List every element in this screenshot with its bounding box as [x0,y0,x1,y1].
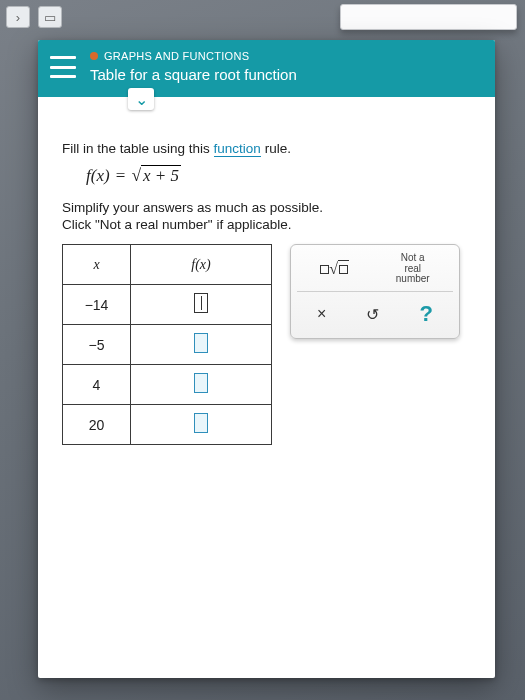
table-row: −5 [63,325,272,365]
fx-cell[interactable] [131,405,272,445]
x-cell: 20 [63,405,131,445]
page-title: Table for a square root function [90,66,297,83]
table-row: 4 [63,365,272,405]
placeholder-box-icon [320,265,329,274]
fx-cell[interactable] [131,285,272,325]
reader-button[interactable]: ▭ [38,6,62,28]
placeholder-box-icon [339,265,348,274]
answer-input[interactable] [194,373,208,393]
back-button[interactable]: › [6,6,30,28]
instruction-line-3: Click "Not a real number" if applicable. [62,217,475,232]
browser-toolbar: › ▭ [6,6,62,28]
fx-cell[interactable] [131,325,272,365]
col-header-x: x [63,245,131,285]
tool-row-1: √ Not a real number [297,249,453,289]
undo-icon: ↺ [366,305,379,324]
header-banner: GRAPHS AND FUNCTIONS Table for a square … [38,40,495,97]
question-icon: ? [420,301,433,327]
breadcrumb: GRAPHS AND FUNCTIONS [90,50,297,62]
table-row: 20 [63,405,272,445]
help-button[interactable]: ? [420,301,433,327]
content: Fill in the table using this function ru… [38,97,495,465]
col-header-fx: f(x) [131,245,272,285]
menu-button[interactable] [50,56,76,78]
reader-icon: ▭ [44,10,56,25]
breadcrumb-label: GRAPHS AND FUNCTIONS [104,50,249,62]
tool-row-2: × ↺ ? [297,294,453,334]
chevron-right-icon: › [16,10,20,25]
answer-input[interactable] [194,413,208,433]
not-real-button[interactable]: Not a real number [396,253,430,285]
radical-icon: x + 5 [132,166,181,186]
fx-cell[interactable] [131,365,272,405]
worksheet: GRAPHS AND FUNCTIONS Table for a square … [38,40,495,678]
work-area: x f(x) −14 −5 4 20 [62,244,475,445]
sqrt-template-button[interactable]: √ [320,260,349,279]
instruction-line-2: Simplify your answers as much as possibl… [62,200,475,215]
equals: = [116,166,126,185]
x-cell: −5 [63,325,131,365]
divider [297,291,453,292]
clear-button[interactable]: × [317,305,326,323]
header-text: GRAPHS AND FUNCTIONS Table for a square … [90,50,297,83]
section-dot-icon [90,52,98,60]
text: Fill in the table using this [62,141,214,156]
function-link[interactable]: function [214,141,261,157]
formula-lhs: f(x) [86,166,110,185]
radicand: x + 5 [141,165,181,185]
tool-panel: √ Not a real number × ↺ ? [290,244,460,339]
answer-input[interactable] [194,293,208,313]
table-header-row: x f(x) [63,245,272,285]
function-table: x f(x) −14 −5 4 20 [62,244,272,445]
chevron-down-icon: ⌄ [135,90,148,109]
x-cell: −14 [63,285,131,325]
reset-button[interactable]: ↺ [366,305,379,324]
formula: f(x) = x + 5 [86,166,475,186]
expand-button[interactable]: ⌄ [128,88,154,110]
x-cell: 4 [63,365,131,405]
text: rule. [261,141,291,156]
answer-input[interactable] [194,333,208,353]
instruction-line-1: Fill in the table using this function ru… [62,141,475,156]
address-bar[interactable] [340,4,517,30]
times-icon: × [317,305,326,323]
table-row: −14 [63,285,272,325]
